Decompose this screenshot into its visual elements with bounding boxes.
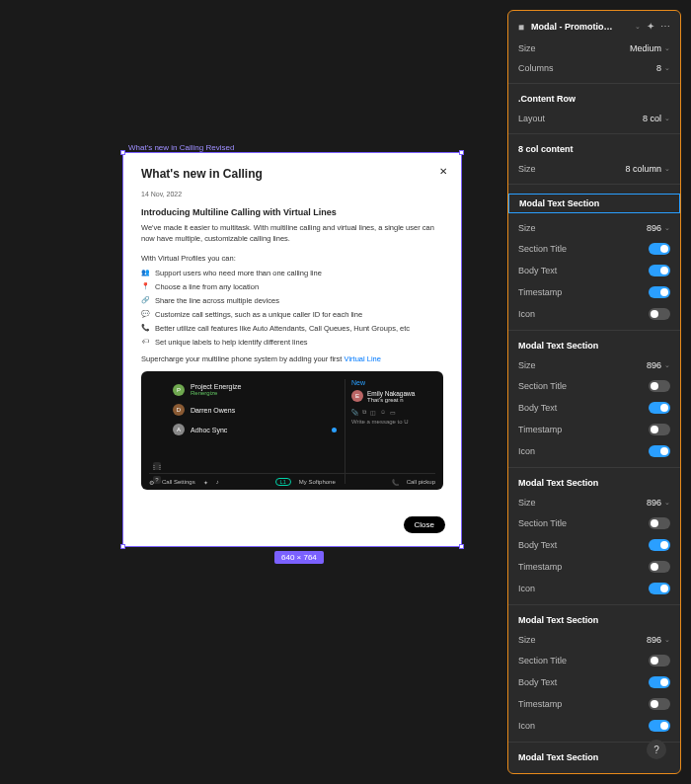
property-label: Body Text	[518, 266, 557, 275]
toggle[interactable]	[649, 402, 670, 414]
chevron-down-icon[interactable]: ⌄	[635, 23, 641, 31]
property-row: Size8 column⌄	[518, 164, 670, 174]
property-row: Size896⌄	[518, 223, 670, 233]
screenshot-icon[interactable]: ⧉	[362, 409, 366, 416]
close-button[interactable]: Close	[404, 516, 445, 533]
pickup-icon[interactable]: 📞	[392, 479, 399, 486]
chat-message: E Emily Nakagawa That's great n	[351, 390, 435, 403]
compose-toolbar: 📎 ⧉ ◫ ☺ ▭	[351, 409, 435, 416]
property-row: Columns8⌄	[518, 63, 670, 73]
properties-panel: ◆ Modal - Promotio… ⌄ ✦ ⋯ SizeMedium⌄Col…	[507, 10, 681, 774]
emoji-icon[interactable]: ☺	[380, 409, 386, 416]
target-icon[interactable]: ✦	[647, 21, 654, 32]
frame-label[interactable]: What's new in Calling Revised	[128, 143, 234, 152]
modal-body-text: We've made it easier to multitask. With …	[141, 223, 443, 244]
modal-frame[interactable]: What's new in Calling ✕ 14 Nov, 2022 Int…	[122, 152, 462, 547]
softphone-label[interactable]: My Softphone	[299, 479, 336, 485]
item-name: Adhoc Sync	[191, 427, 227, 433]
property-value[interactable]: 896⌄	[647, 498, 670, 508]
section-header[interactable]: .Content Row	[518, 94, 670, 104]
property-value[interactable]: 8⌄	[656, 63, 670, 73]
call-settings-label[interactable]: Call Settings	[162, 479, 195, 485]
format-icon[interactable]: ▭	[390, 409, 396, 416]
divider	[508, 83, 680, 84]
speaker-icon[interactable]: ♪	[216, 479, 219, 485]
toggle[interactable]	[649, 243, 670, 255]
feature-item: 💬Customize call settings, such as a uniq…	[141, 310, 443, 319]
more-icon[interactable]: ⋯	[660, 21, 670, 32]
property-label: Body Text	[518, 677, 557, 687]
feature-icon: 🔗	[141, 296, 149, 304]
section-header[interactable]: Modal Text Section	[518, 341, 670, 351]
property-label: Size	[518, 498, 536, 508]
property-value[interactable]: 896⌄	[647, 223, 670, 233]
list-item[interactable]: PProject EnergizeRenergize	[171, 379, 339, 400]
call-settings-icon[interactable]: ⚙	[149, 479, 154, 486]
chevron-down-icon: ⌄	[664, 165, 670, 173]
cta-link[interactable]: Virtual Line	[345, 354, 381, 363]
modal-lead: With Virtual Profiles you can:	[141, 254, 443, 263]
gif-icon[interactable]: ◫	[370, 409, 376, 416]
mic-icon[interactable]: ✦	[203, 479, 208, 486]
preview-chat: New E Emily Nakagawa That's great n 📎 ⧉ …	[345, 379, 435, 484]
canvas[interactable]: What's new in Calling Revised What's new…	[0, 0, 511, 784]
rail-icon[interactable]: ⋮⋮	[153, 462, 161, 470]
item-name: Darren Owens	[191, 407, 235, 414]
property-row: Timestamp	[518, 561, 670, 573]
compose-input[interactable]: Write a message to U	[351, 419, 435, 425]
toggle[interactable]	[649, 517, 670, 529]
section-header[interactable]: Modal Text Section	[518, 478, 670, 488]
property-row: Icon	[518, 583, 670, 594]
message-author: Emily Nakagawa	[367, 390, 415, 397]
toggle[interactable]	[649, 380, 670, 392]
toggle[interactable]	[649, 539, 670, 551]
property-row: Section Title	[518, 655, 670, 666]
help-button[interactable]: ?	[647, 740, 666, 759]
feature-text: Support users who need more than one cal…	[155, 269, 322, 277]
property-value[interactable]: 896⌄	[647, 635, 670, 645]
section-header[interactable]: Modal Text Section	[518, 615, 670, 625]
toggle[interactable]	[649, 424, 670, 435]
toggle[interactable]	[649, 265, 670, 276]
list-item[interactable]: AAdhoc Sync	[171, 420, 339, 439]
property-value[interactable]: 896⌄	[647, 772, 670, 774]
line-badge[interactable]: L1	[275, 478, 291, 486]
property-value[interactable]: 896⌄	[647, 360, 670, 370]
list-item[interactable]: DDarren Owens	[171, 400, 339, 420]
property-row: Timestamp	[518, 286, 670, 298]
pickup-label[interactable]: Call pickup	[407, 479, 435, 485]
property-label: Size	[518, 772, 536, 774]
modal-timestamp: 14 Nov, 2022	[141, 191, 443, 197]
toggle[interactable]	[649, 445, 670, 457]
toggle[interactable]	[649, 308, 670, 320]
toggle[interactable]	[649, 655, 670, 666]
toggle[interactable]	[649, 676, 670, 688]
modal-content: What's new in Calling ✕ 14 Nov, 2022 Int…	[123, 153, 461, 546]
avatar-icon: E	[351, 390, 363, 402]
divider	[508, 133, 680, 134]
property-label: Body Text	[518, 403, 557, 413]
selected-section[interactable]: Modal Text Section	[508, 194, 680, 213]
divider	[508, 184, 680, 185]
toggle[interactable]	[649, 561, 670, 573]
section-header[interactable]: 8 col content	[518, 144, 670, 154]
toggle[interactable]	[649, 698, 670, 710]
toggle[interactable]	[649, 720, 670, 732]
attach-icon[interactable]: 📎	[351, 409, 358, 416]
property-value[interactable]: 8 col⌄	[643, 114, 670, 123]
property-label: Timestamp	[518, 562, 562, 572]
close-icon[interactable]: ✕	[439, 166, 447, 177]
property-row: Size896⌄	[518, 498, 670, 508]
component-icon: ◆	[515, 20, 527, 32]
toggle[interactable]	[649, 286, 670, 298]
toggle[interactable]	[649, 583, 670, 594]
property-value[interactable]: Medium⌄	[630, 43, 670, 53]
property-row: Size896⌄	[518, 635, 670, 645]
property-row: Size896⌄	[518, 360, 670, 370]
property-row: SizeMedium⌄	[518, 43, 670, 53]
cta-text: Supercharge your multiline phone system …	[141, 354, 345, 363]
property-label: Body Text	[518, 540, 557, 550]
property-value[interactable]: 8 column⌄	[625, 164, 670, 174]
panel-title[interactable]: Modal - Promotio…	[531, 22, 629, 32]
new-label: New	[351, 379, 435, 386]
